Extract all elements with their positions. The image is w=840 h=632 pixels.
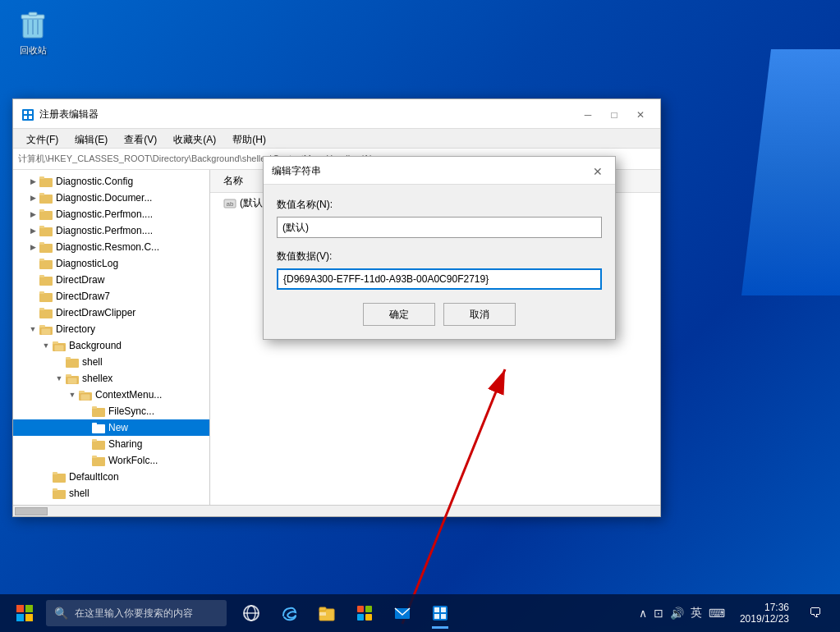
titlebar-controls: ─ □ ✕ (576, 106, 652, 124)
svg-rect-54 (53, 490, 66, 499)
tree-item-contextmenu[interactable]: ▼ ContextMenu... (13, 387, 209, 403)
tree-item-shell[interactable]: shell (13, 354, 209, 370)
minimize-button[interactable]: ─ (576, 106, 599, 124)
svg-rect-32 (41, 328, 51, 335)
tree-item-filesync[interactable]: FileSync... (13, 403, 209, 419)
svg-rect-37 (66, 357, 71, 360)
expand-icon (39, 503, 53, 505)
tray-keyboard[interactable]: ⌨ (709, 607, 725, 620)
tree-label: New (108, 422, 128, 433)
menu-edit[interactable]: 编辑(E) (68, 131, 114, 145)
menu-file[interactable]: 文件(F) (20, 131, 65, 145)
taskbar-clock[interactable]: 17:36 2019/12/23 (735, 602, 794, 625)
menu-favorites[interactable]: 收藏夹(A) (167, 131, 223, 145)
svg-rect-17 (39, 209, 44, 212)
taskbar-store[interactable] (347, 595, 383, 631)
tree-item-shellex2[interactable]: shellex (13, 501, 209, 505)
value-data-input[interactable] (277, 268, 602, 290)
tree-label: Diagnostic.Documer... (56, 192, 152, 204)
search-icon: 🔍 (54, 607, 68, 620)
tree-label: DefaultIcon (69, 471, 119, 483)
tray-chevron[interactable]: ∧ (639, 607, 647, 620)
notification-icon: 🗨 (809, 606, 822, 621)
registry-icon (21, 108, 34, 121)
tree-item-directdrawclipper[interactable]: DirectDrawClipper (13, 305, 209, 321)
tray-network[interactable]: ⊡ (654, 607, 663, 620)
tree-item-diagnostic-resmon[interactable]: ▶ Diagnostic.Resmon.C... (13, 239, 209, 255)
folder-icon (92, 422, 105, 433)
tree-item-diagnostic-perfmon2[interactable]: ▶ Diagnostic.Perfmon.... (13, 222, 209, 239)
tree-item-directory[interactable]: ▼ Directory (13, 321, 209, 337)
tree-item-diagnostic-config[interactable]: ▶ Diagnostic.Config (13, 173, 209, 190)
tree-item-shellex[interactable]: ▼ shellex (13, 370, 209, 387)
svg-rect-16 (39, 211, 53, 220)
svg-rect-55 (53, 488, 57, 491)
svg-rect-29 (39, 308, 44, 310)
tree-item-shell2[interactable]: shell (13, 485, 209, 501)
tree-label: Diagnostic.Perfmon.... (56, 208, 153, 220)
tree-item-diagnostic-documer[interactable]: ▶ Diagnostic.Documer... (13, 190, 209, 206)
taskbar-task-view[interactable] (233, 595, 269, 631)
tree-item-directdraw7[interactable]: DirectDraw7 (13, 288, 209, 305)
recycle-bin-icon[interactable]: 回收站 (8, 8, 57, 57)
menu-help[interactable]: 帮助(H) (226, 131, 273, 145)
tray-volume[interactable]: 🔊 (670, 607, 684, 620)
taskbar-explorer[interactable] (309, 595, 345, 631)
scroll-thumb[interactable] (15, 507, 48, 515)
tree-item-background[interactable]: ▼ Background (13, 337, 209, 354)
svg-rect-47 (92, 423, 97, 425)
expand-icon (79, 405, 92, 418)
svg-rect-73 (365, 606, 372, 612)
folder-icon (39, 274, 53, 286)
taskbar-mail[interactable] (384, 595, 420, 631)
taskbar-edge[interactable] (271, 595, 307, 631)
start-button[interactable] (7, 595, 43, 631)
folder-icon (39, 307, 53, 318)
dialog-titlebar: 编辑字符串 ✕ (264, 157, 615, 185)
maximize-button[interactable]: □ (603, 106, 626, 124)
ok-button[interactable]: 确定 (363, 303, 435, 326)
tree-label: shellex (82, 373, 112, 384)
tree-item-diagnosticlog[interactable]: DiagnosticLog (13, 255, 209, 272)
svg-rect-70 (319, 607, 326, 611)
dialog-close-button[interactable]: ✕ (589, 163, 607, 181)
tree-panel[interactable]: ▶ Diagnostic.Config ▶ Diagnostic.Documer… (13, 170, 210, 505)
svg-rect-40 (67, 378, 77, 384)
svg-rect-23 (39, 259, 44, 261)
tree-label: WorkFolc... (108, 455, 158, 466)
taskbar-registry[interactable] (422, 595, 458, 631)
svg-rect-25 (39, 275, 44, 277)
window-title: 注册表编辑器 (39, 108, 99, 121)
tree-item-sharing[interactable]: Sharing (13, 436, 209, 452)
close-button[interactable]: ✕ (629, 106, 652, 124)
folder-open-icon (39, 323, 53, 335)
svg-rect-28 (39, 309, 53, 318)
taskbar-search[interactable]: 🔍 在这里输入你要搜索的内容 (46, 600, 227, 626)
tree-item-diagnostic-perfmon1[interactable]: ▶ Diagnostic.Perfmon.... (13, 206, 209, 222)
expand-icon: ▼ (66, 388, 79, 401)
notification-button[interactable]: 🗨 (797, 595, 833, 631)
tree-item-new[interactable]: New (13, 419, 209, 436)
tray-language[interactable]: 英 (691, 606, 702, 621)
recycle-bin-label: 回收站 (20, 44, 47, 57)
value-name-input[interactable] (277, 217, 602, 238)
menu-view[interactable]: 查看(V) (117, 131, 163, 145)
tree-item-defaulticon[interactable]: DefaultIcon (13, 469, 209, 485)
svg-rect-22 (39, 260, 53, 269)
svg-rect-75 (365, 614, 372, 621)
expand-icon: ▼ (26, 323, 39, 336)
expand-icon: ▶ (26, 191, 39, 204)
svg-rect-63 (25, 605, 33, 612)
horizontal-scrollbar[interactable] (13, 505, 660, 516)
svg-rect-78 (434, 607, 439, 612)
folder-icon (39, 291, 53, 302)
cancel-button[interactable]: 取消 (443, 303, 516, 326)
svg-rect-13 (39, 176, 44, 179)
tree-item-directdraw[interactable]: DirectDraw (13, 272, 209, 288)
tree-item-workfolder[interactable]: WorkFolc... (13, 452, 209, 469)
svg-rect-31 (39, 325, 45, 327)
svg-rect-53 (53, 472, 57, 474)
svg-rect-65 (25, 614, 33, 621)
task-view-icon (242, 604, 260, 622)
svg-text:ab: ab (227, 200, 234, 208)
